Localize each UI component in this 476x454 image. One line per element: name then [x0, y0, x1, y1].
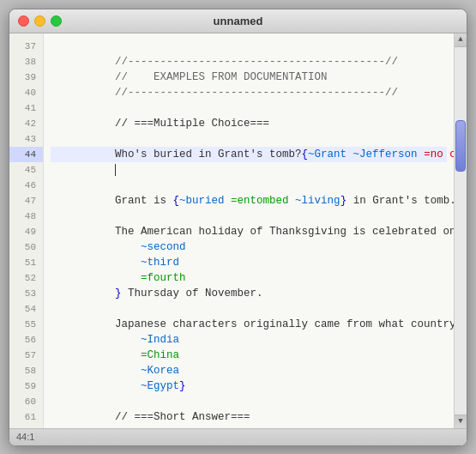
line-num-59: 59: [9, 378, 43, 394]
line-num-42: 42: [9, 116, 43, 131]
text-cursor: [115, 164, 116, 176]
maximize-button[interactable]: [51, 15, 62, 27]
scrollbar[interactable]: ▲ ▼: [454, 33, 467, 428]
line-num-37: 37: [9, 39, 43, 54]
line-num-60: 60: [9, 394, 43, 409]
line-num-51: 51: [9, 255, 43, 270]
code-line-46: Grant is {~buried =entombed ~living} in …: [51, 178, 447, 193]
line-num-46: 46: [9, 178, 43, 193]
code-line-54: Japanese characters originally came from…: [51, 301, 447, 317]
editor-container: 37 38 39 40 41 42 43 44 45 46 47 48 49 5…: [9, 33, 467, 428]
line-num-39: 39: [9, 70, 43, 85]
close-button[interactable]: [18, 15, 29, 27]
line-num-48: 48: [9, 209, 43, 224]
line-num-43: 43: [9, 131, 43, 147]
line-num-54: 54: [9, 301, 43, 317]
code-line-60: // ===Short Answer===: [51, 394, 447, 409]
line-num-58: 58: [9, 363, 43, 378]
scrollbar-thumb[interactable]: [455, 120, 466, 172]
line-num-40: 40: [9, 85, 43, 100]
line-num-61: 61: [9, 409, 43, 425]
code-line-43: Who's buried in Grant's tomb?{~Grant ~Je…: [51, 131, 447, 147]
code-line-48: The American holiday of Thanksgiving is …: [51, 209, 447, 224]
window-title: unnamed: [214, 15, 263, 27]
line-num-44: 44: [9, 147, 43, 162]
line-num-41: 41: [9, 100, 43, 116]
line-num-38: 38: [9, 54, 43, 70]
line-num-45: 45: [9, 162, 43, 178]
line-num-47: 47: [9, 193, 43, 209]
line-num-56: 56: [9, 332, 43, 348]
editor-content[interactable]: //--------------------------------------…: [44, 33, 454, 428]
line-numbers: 37 38 39 40 41 42 43 44 45 46 47 48 49 5…: [9, 33, 44, 428]
minimize-button[interactable]: [34, 15, 45, 27]
line-num-55: 55: [9, 317, 43, 332]
scrollbar-up-button[interactable]: ▲: [455, 33, 467, 47]
scrollbar-down-button[interactable]: ▼: [455, 415, 467, 428]
cursor-position: 44:1: [16, 432, 34, 442]
title-bar: unnamed: [9, 9, 467, 33]
scrollbar-track[interactable]: [455, 47, 467, 415]
line-num-49: 49: [9, 224, 43, 239]
line-num-50: 50: [9, 239, 43, 255]
line-num-53: 53: [9, 286, 43, 301]
code-line-37: //--------------------------------------…: [51, 39, 447, 54]
line-num-52: 52: [9, 270, 43, 286]
code-line-62: Who's buried in Grant's tomb?{=no one =n…: [51, 425, 447, 428]
code-line-41: // ===Multiple Choice===: [51, 100, 447, 116]
line-num-57: 57: [9, 348, 43, 363]
status-bar: 44:1: [9, 428, 467, 445]
traffic-lights: [18, 15, 62, 27]
main-window: unnamed 37 38 39 40 41 42 43 44 45 46 47…: [9, 9, 467, 446]
